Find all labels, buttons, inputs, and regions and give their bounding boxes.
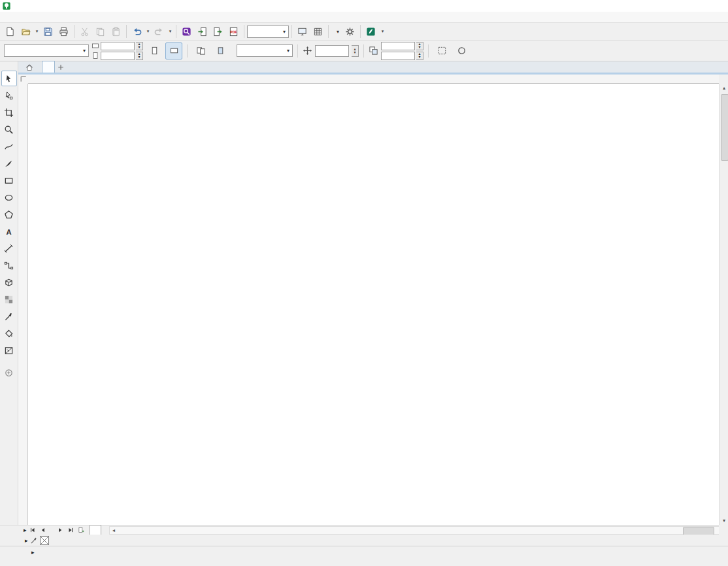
standard-toolbar: ▾ ▾ ▾ ▾ ▾ ▾ bbox=[0, 23, 728, 41]
next-page-button[interactable] bbox=[56, 526, 65, 535]
page-width-spinner[interactable]: ▴▾ bbox=[136, 42, 143, 50]
current-page-button[interactable] bbox=[212, 42, 229, 59]
nav-flyout-icon[interactable]: ▸ bbox=[24, 527, 27, 533]
horizontal-scrollbar[interactable]: ◂ ▸ bbox=[109, 526, 727, 535]
spiral-coil-artwork bbox=[28, 84, 719, 525]
nudge-offset-spinner[interactable]: ▴▾ bbox=[352, 45, 359, 57]
undo-dropdown-arrow[interactable]: ▾ bbox=[145, 24, 151, 39]
vertical-ruler[interactable] bbox=[18, 84, 28, 525]
nudge-offset-input[interactable] bbox=[315, 45, 349, 57]
add-page-button[interactable] bbox=[76, 526, 86, 535]
extrude-tool[interactable] bbox=[1, 275, 17, 290]
polygon-tool[interactable] bbox=[1, 207, 17, 222]
page-size-preset-combo[interactable]: ▾ bbox=[4, 44, 89, 57]
chevron-down-icon: ▾ bbox=[83, 48, 86, 54]
snap-to-dropdown[interactable]: ▾ bbox=[331, 25, 342, 38]
first-page-button[interactable] bbox=[28, 526, 37, 535]
status-flyout-icon[interactable]: ▸ bbox=[31, 549, 35, 556]
toolbar-separator bbox=[291, 25, 292, 38]
interactive-fill-tool[interactable] bbox=[1, 325, 17, 341]
artistic-media-tool[interactable] bbox=[1, 156, 17, 171]
vertical-scrollbar[interactable]: ▴ ▾ bbox=[719, 84, 728, 525]
freehand-tool[interactable] bbox=[1, 139, 17, 154]
duplicate-x-spinner[interactable]: ▴▾ bbox=[416, 42, 423, 50]
copy-button[interactable] bbox=[93, 24, 108, 39]
new-document-button[interactable] bbox=[3, 24, 18, 39]
coil-sheen bbox=[165, 112, 616, 374]
horizontal-ruler[interactable] bbox=[28, 75, 719, 84]
publish-pdf-button[interactable] bbox=[226, 24, 241, 39]
redo-dropdown-arrow[interactable]: ▾ bbox=[167, 24, 173, 39]
ruler-origin-corner[interactable] bbox=[18, 75, 29, 84]
toolbar-separator bbox=[328, 25, 329, 38]
duplicate-distance-y-input[interactable] bbox=[381, 52, 415, 60]
previous-page-button[interactable] bbox=[39, 526, 48, 535]
undo-button[interactable] bbox=[129, 24, 144, 39]
tab-untitled-document[interactable] bbox=[42, 61, 55, 73]
launch-dropdown-arrow[interactable]: ▾ bbox=[380, 24, 386, 39]
transparency-tool[interactable] bbox=[1, 291, 17, 307]
palette-flyout-icon[interactable]: ▸ bbox=[25, 537, 28, 544]
toolbar-separator bbox=[126, 25, 127, 38]
open-button[interactable] bbox=[18, 24, 33, 39]
page-height-spinner[interactable]: ▴▾ bbox=[136, 52, 143, 60]
landscape-orientation-button[interactable] bbox=[165, 42, 182, 59]
paste-button[interactable] bbox=[108, 24, 124, 39]
duplicate-y-spinner[interactable]: ▴▾ bbox=[416, 52, 423, 60]
redo-button[interactable] bbox=[152, 24, 167, 39]
import-button[interactable] bbox=[195, 24, 210, 39]
search-content-button[interactable] bbox=[179, 24, 194, 39]
scroll-down-arrow[interactable]: ▾ bbox=[720, 516, 728, 525]
zoom-level-combo[interactable]: ▾ bbox=[247, 25, 289, 38]
page-navigation-bar: ▸ ◂ ▸ bbox=[0, 525, 728, 535]
scroll-up-arrow[interactable]: ▴ bbox=[720, 84, 728, 92]
zoom-tool[interactable] bbox=[1, 122, 17, 137]
options-gear-button[interactable] bbox=[342, 24, 357, 39]
connector-tool[interactable] bbox=[1, 258, 17, 273]
new-tab-button[interactable] bbox=[55, 61, 67, 73]
scrollbar-corner bbox=[719, 525, 728, 535]
toolbar-separator bbox=[360, 25, 361, 38]
horizontal-scroll-thumb[interactable] bbox=[683, 527, 714, 535]
all-pages-button[interactable] bbox=[192, 42, 209, 59]
portrait-orientation-button[interactable] bbox=[146, 42, 163, 59]
vertical-scroll-thumb[interactable] bbox=[721, 94, 728, 161]
page-width-input[interactable] bbox=[101, 42, 135, 50]
no-color-swatch[interactable] bbox=[40, 536, 49, 545]
smart-fill-tool[interactable] bbox=[1, 342, 17, 358]
units-combo[interactable]: ▾ bbox=[237, 44, 293, 57]
title-bar bbox=[0, 0, 728, 12]
cut-button[interactable] bbox=[77, 24, 92, 39]
quick-customize-button[interactable] bbox=[1, 365, 17, 380]
export-button[interactable] bbox=[210, 24, 225, 39]
open-dropdown-arrow[interactable]: ▾ bbox=[34, 24, 40, 39]
toolbar-separator bbox=[297, 44, 298, 58]
save-button[interactable] bbox=[41, 24, 56, 39]
eyedropper-tool[interactable] bbox=[1, 308, 17, 324]
chevron-down-icon: ▾ bbox=[287, 48, 290, 54]
page-1-tab[interactable] bbox=[90, 525, 101, 535]
text-tool[interactable] bbox=[1, 224, 17, 239]
print-button[interactable] bbox=[56, 24, 71, 39]
pick-tool[interactable] bbox=[1, 71, 17, 86]
toolbox bbox=[0, 61, 18, 525]
duplicate-distance-x-input[interactable] bbox=[381, 42, 415, 50]
last-page-button[interactable] bbox=[66, 526, 75, 535]
fullscreen-preview-button[interactable] bbox=[295, 24, 310, 39]
treat-as-filled-button[interactable] bbox=[433, 42, 450, 59]
color-eyedropper-icon[interactable] bbox=[30, 537, 38, 544]
page-height-input[interactable] bbox=[101, 52, 135, 60]
tab-welcome-screen[interactable] bbox=[20, 61, 42, 73]
show-grid-button[interactable] bbox=[310, 24, 325, 39]
toolbar-separator bbox=[187, 44, 188, 58]
drawing-canvas[interactable] bbox=[28, 84, 719, 525]
crop-tool[interactable] bbox=[1, 105, 17, 120]
border-visibility-button[interactable] bbox=[453, 42, 470, 59]
toolbar-separator bbox=[428, 44, 429, 58]
launch-icon[interactable] bbox=[363, 24, 378, 39]
rectangle-tool[interactable] bbox=[1, 173, 17, 188]
shape-tool[interactable] bbox=[1, 88, 17, 103]
scroll-left-arrow[interactable]: ◂ bbox=[110, 527, 118, 534]
dimension-tool[interactable] bbox=[1, 241, 17, 256]
ellipse-tool[interactable] bbox=[1, 190, 17, 205]
